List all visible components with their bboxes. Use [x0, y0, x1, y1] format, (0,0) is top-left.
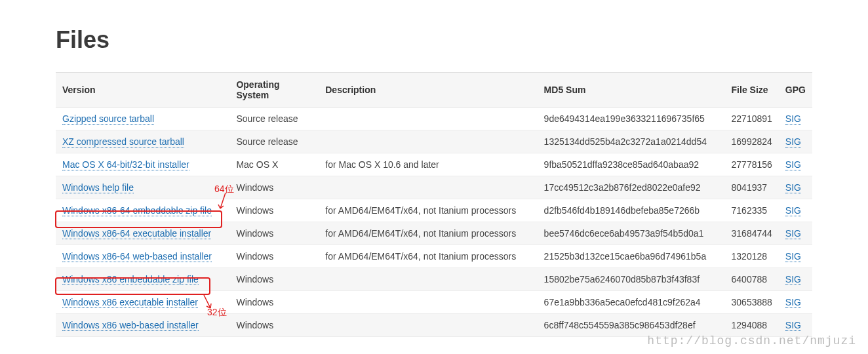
cell-filesize: 6400788	[725, 268, 779, 291]
cell-os: Source release	[229, 108, 319, 130]
version-link[interactable]: XZ compressed source tarball	[62, 136, 184, 148]
gpg-sig-link[interactable]: SIG	[785, 228, 801, 239]
version-link[interactable]: Gzipped source tarball	[62, 113, 154, 125]
table-row: Windows x86-64 executable installerWindo…	[56, 222, 812, 245]
gpg-sig-link[interactable]: SIG	[785, 274, 801, 285]
gpg-sig-link[interactable]: SIG	[785, 297, 801, 308]
cell-description: for Mac OS X 10.6 and later	[319, 153, 537, 176]
col-header-md5: MD5 Sum	[538, 73, 725, 108]
cell-md5: 9de6494314ea199e3633211696735f65	[538, 108, 725, 130]
cell-filesize: 30653888	[725, 291, 779, 314]
cell-filesize: 8041937	[725, 176, 779, 199]
cell-version: Gzipped source tarball	[56, 108, 229, 130]
gpg-sig-link[interactable]: SIG	[785, 320, 801, 331]
cell-gpg: SIG	[779, 314, 812, 337]
cell-description: for AMD64/EM64T/x64, not Itanium process…	[319, 222, 537, 245]
cell-gpg: SIG	[779, 222, 812, 245]
table-row: XZ compressed source tarballSource relea…	[56, 130, 812, 153]
cell-description: for AMD64/EM64T/x64, not Itanium process…	[319, 245, 537, 268]
cell-filesize: 16992824	[725, 130, 779, 153]
cell-os: Windows	[229, 245, 319, 268]
cell-version: Windows x86 embeddable zip file	[56, 268, 229, 291]
cell-filesize: 22710891	[725, 108, 779, 130]
cell-md5: 15802be75a6246070d85b87b3f43f83f	[538, 268, 725, 291]
cell-description	[319, 268, 537, 291]
cell-md5: 21525b3d132ce15cae6ba96d74961b5a	[538, 245, 725, 268]
cell-version: Mac OS X 64-bit/32-bit installer	[56, 153, 229, 176]
cell-version: XZ compressed source tarball	[56, 130, 229, 153]
cell-gpg: SIG	[779, 291, 812, 314]
version-link[interactable]: Windows x86-64 web-based installer	[62, 251, 212, 262]
gpg-sig-link[interactable]: SIG	[785, 113, 801, 125]
cell-description	[319, 176, 537, 199]
table-row: Mac OS X 64-bit/32-bit installerMac OS X…	[56, 153, 812, 176]
version-link[interactable]: Mac OS X 64-bit/32-bit installer	[62, 159, 189, 170]
cell-filesize: 7162335	[725, 199, 779, 222]
version-link[interactable]: Windows x86 web-based installer	[62, 320, 199, 331]
cell-os: Source release	[229, 130, 319, 153]
cell-version: Windows x86-64 web-based installer	[56, 245, 229, 268]
cell-md5: bee5746dc6ece6ab49573a9f54b5d0a1	[538, 222, 725, 245]
cell-os: Windows	[229, 222, 319, 245]
cell-os: Windows	[229, 291, 319, 314]
cell-md5: d2fb546fd4b189146dbefeba85e7266b	[538, 199, 725, 222]
cell-version: Windows x86-64 embeddable zip file	[56, 199, 229, 222]
table-row: Windows x86 web-based installerWindows6c…	[56, 314, 812, 337]
cell-os: Windows	[229, 199, 319, 222]
version-link[interactable]: Windows help file	[62, 182, 134, 193]
gpg-sig-link[interactable]: SIG	[785, 136, 801, 148]
cell-md5: 6c8ff748c554559a385c986453df28ef	[538, 314, 725, 337]
version-link[interactable]: Windows x86 executable installer	[62, 297, 198, 308]
gpg-sig-link[interactable]: SIG	[785, 182, 801, 193]
cell-os: Windows	[229, 314, 319, 337]
cell-filesize: 1294088	[725, 314, 779, 337]
table-row: Windows help fileWindows17cc49512c3a2b87…	[56, 176, 812, 199]
cell-filesize: 27778156	[725, 153, 779, 176]
cell-gpg: SIG	[779, 199, 812, 222]
cell-gpg: SIG	[779, 153, 812, 176]
cell-os: Windows	[229, 268, 319, 291]
cell-filesize: 1320128	[725, 245, 779, 268]
version-link[interactable]: Windows x86 embeddable zip file	[62, 274, 199, 285]
version-link[interactable]: Windows x86-64 executable installer	[62, 228, 211, 239]
cell-os: Windows	[229, 176, 319, 199]
table-row: Windows x86 executable installerWindows6…	[56, 291, 812, 314]
cell-description	[319, 291, 537, 314]
table-row: Gzipped source tarballSource release9de6…	[56, 108, 812, 130]
page-title: Files	[56, 26, 812, 54]
col-header-gpg: GPG	[779, 73, 812, 108]
gpg-sig-link[interactable]: SIG	[785, 251, 801, 262]
cell-md5: 67e1a9bb336a5eca0efcd481c9f262a4	[538, 291, 725, 314]
col-header-version: Version	[56, 73, 229, 108]
cell-gpg: SIG	[779, 108, 812, 130]
cell-description	[319, 108, 537, 130]
cell-gpg: SIG	[779, 268, 812, 291]
gpg-sig-link[interactable]: SIG	[785, 205, 801, 216]
table-row: Windows x86-64 web-based installerWindow…	[56, 245, 812, 268]
col-header-os: Operating System	[229, 73, 319, 108]
version-link[interactable]: Windows x86-64 embeddable zip file	[62, 205, 212, 216]
col-header-size: File Size	[725, 73, 779, 108]
col-header-desc: Description	[319, 73, 537, 108]
gpg-sig-link[interactable]: SIG	[785, 159, 801, 170]
cell-description	[319, 130, 537, 153]
cell-version: Windows x86-64 executable installer	[56, 222, 229, 245]
table-header-row: Version Operating System Description MD5…	[56, 73, 812, 108]
cell-filesize: 31684744	[725, 222, 779, 245]
cell-version: Windows x86 web-based installer	[56, 314, 229, 337]
cell-version: Windows help file	[56, 176, 229, 199]
cell-gpg: SIG	[779, 130, 812, 153]
cell-md5: 1325134dd525b4a2c3272a1a0214dd54	[538, 130, 725, 153]
files-table: Version Operating System Description MD5…	[56, 72, 812, 337]
cell-gpg: SIG	[779, 176, 812, 199]
table-row: Windows x86 embeddable zip fileWindows15…	[56, 268, 812, 291]
table-row: Windows x86-64 embeddable zip fileWindow…	[56, 199, 812, 222]
cell-description: for AMD64/EM64T/x64, not Itanium process…	[319, 199, 537, 222]
cell-md5: 17cc49512c3a2b876f2ed8022e0afe92	[538, 176, 725, 199]
cell-md5: 9fba50521dffa9238ce85ad640abaa92	[538, 153, 725, 176]
cell-description	[319, 314, 537, 337]
cell-version: Windows x86 executable installer	[56, 291, 229, 314]
page-container: Files Version Operating System Descripti…	[0, 0, 868, 337]
cell-gpg: SIG	[779, 245, 812, 268]
cell-os: Mac OS X	[229, 153, 319, 176]
